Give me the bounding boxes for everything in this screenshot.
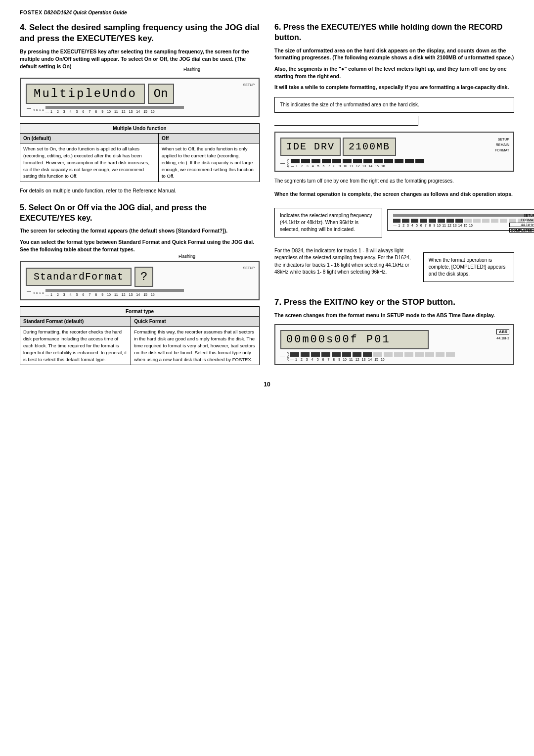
col2-text-4: When set to Off, the undo function is on… — [158, 143, 259, 182]
callout-text-1: This indicates the size of the unformatt… — [280, 102, 419, 107]
section6-bold3: It will take a while to complete formatt… — [274, 84, 514, 91]
page-header: FOSTEX D824/D1624 Quick Operation Guide — [20, 10, 514, 15]
section4-bold: By pressing the EXECUTE/YES key after se… — [20, 48, 260, 70]
page-number: 10 — [20, 381, 514, 388]
callout-box-2: Indicates the selected sampling frequenc… — [274, 208, 382, 237]
complete-callout: When the format operation is complete, [… — [423, 252, 514, 282]
col2-header-4: Off — [158, 134, 259, 143]
section5-bold1: The screen for selecting the format appe… — [20, 227, 260, 235]
completed-section: Indicates the selected sampling frequenc… — [274, 203, 514, 242]
col1-text-5: During formatting, the recorder checks t… — [20, 327, 131, 365]
lcd-value-4: On — [148, 84, 174, 104]
col1-text-4: When set to On, the undo function is app… — [20, 143, 159, 182]
section7-bold: The screen changes from the format menu … — [274, 312, 514, 319]
col1-header-5: Standard Format (default) — [20, 317, 131, 327]
setup-remain-format-labels: SETUP REMAIN FORMAT — [495, 137, 509, 153]
section6-bold2: Also, the segments in the "●" column of … — [274, 65, 514, 80]
callout-text-2: Indicates the selected sampling frequenc… — [280, 213, 372, 232]
flashing-label-4: Flashing — [183, 67, 200, 72]
ide-drv-display: SETUP REMAIN FORMAT IDE DRV 2100MB — ABC… — [274, 132, 514, 172]
table-title-5: Format type — [20, 307, 260, 317]
table-title-4: Multiple Undo function — [20, 124, 260, 134]
abs-screen: 00m00s00f P01 — [280, 330, 429, 349]
d824-text: For the D824, the indicators for tracks … — [274, 247, 418, 276]
abs-labels: ABS 44.1kHz — [496, 329, 509, 340]
callout-box-1: This indicates the size of the unformatt… — [274, 97, 514, 113]
complete-callout-text: When the format operation is complete, [… — [429, 257, 506, 277]
device-display-4: SETUP MultipleUndo On — ABCD — [20, 78, 260, 117]
device-display-5: SETUP StandardFormat ? — ABCD — [20, 261, 260, 300]
section5-bold2: You can select the format type between S… — [20, 238, 260, 253]
completed-badge: COMPLETED! — [509, 228, 534, 233]
right-column: 6. Press the EXECUTE/YES while holding d… — [274, 22, 514, 371]
lcd-4: MultipleUndo — [26, 84, 145, 104]
completed-display: SETUP FORMAT 44.1kHz COMPLETED! — [387, 209, 534, 231]
flashing-label-5: Flashing — [178, 254, 195, 259]
setup-label-5: SETUP — [243, 266, 255, 271]
lcd-value-5: ? — [134, 267, 153, 287]
guide-title: D824/D1624 Quick Operation Guide — [44, 10, 127, 15]
abs-display: ABS 44.1kHz 00m00s00f P01 — ABCD — [274, 324, 514, 365]
col1-header-4: On (default) — [20, 134, 159, 143]
segment-caption: The segments turn off one by one from th… — [274, 178, 514, 185]
ide-drv-section: This indicates the size of the unformatt… — [274, 97, 514, 185]
section6-complete-text: When the format operation is complete, t… — [274, 190, 514, 198]
col2-text-5: Formatting this way, the recorder assume… — [131, 327, 260, 365]
format-type-table: Format type Standard Format (default) Qu… — [20, 306, 260, 365]
ide-drv-left: IDE DRV — [280, 138, 341, 156]
lcd-5: StandardFormat — [26, 268, 132, 286]
section6-heading: 6. Press the EXECUTE/YES while holding d… — [274, 22, 514, 43]
setup-label-4: SETUP — [243, 83, 255, 88]
section5-heading: 5. Select On or Off via the JOG dial, an… — [20, 203, 260, 224]
left-column: 4. Select the desired sampling frequency… — [20, 22, 260, 371]
section4-heading: 4. Select the desired sampling frequency… — [20, 22, 260, 44]
freq-label-2: 44.1kHz — [509, 223, 534, 227]
col2-header-5: Quick Format — [131, 317, 260, 327]
ide-drv-right: 2100MB — [343, 138, 396, 156]
section4-footer: For details on multiple undo function, r… — [20, 187, 260, 195]
section6-bold1: The size of unformatted area on the hard… — [274, 47, 514, 61]
d824-section: For the D824, the indicators for tracks … — [274, 247, 514, 287]
brand-name: FOSTEX — [20, 10, 43, 15]
multiple-undo-table: Multiple Undo function On (default) Off … — [20, 123, 260, 182]
segments-area: — ABCD — [280, 159, 508, 168]
section7-heading: 7. Press the EXIT/NO key or the STOP but… — [274, 297, 514, 308]
setup-labels-2: SETUP FORMAT 44.1kHz COMPLETED! — [509, 214, 534, 233]
